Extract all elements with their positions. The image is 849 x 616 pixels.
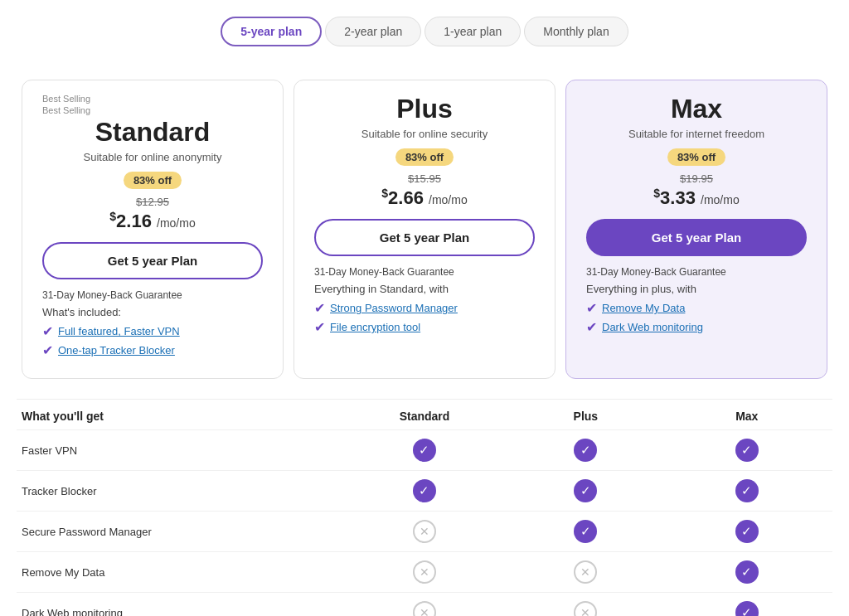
feature-link-plus-1[interactable]: File encryption tool: [330, 321, 420, 333]
check-filled-icon: ✓: [735, 479, 759, 502]
comparison-row-4: Dark Web monitoring ✕ ✕ ✓: [17, 592, 832, 616]
plan-name-standard: Standard: [42, 117, 263, 148]
cell-max-3: ✓: [667, 560, 827, 584]
cell-standard-1: ✓: [344, 479, 505, 502]
plan-subtitle-max: Suitable for internet freedom: [586, 128, 807, 140]
plans-grid: Best Selling Best SellingStandardSuitabl…: [17, 80, 832, 379]
check-icon-standard-1: ✔: [42, 342, 53, 358]
plan-name-max: Max: [586, 94, 807, 124]
cell-standard-3: ✕: [344, 560, 505, 584]
check-filled-icon: ✓: [413, 439, 436, 462]
cell-max-0: ✓: [667, 439, 827, 462]
plan-card-max: MaxSuitable for internet freedom 83% off…: [565, 80, 827, 379]
cross-icon: ✕: [413, 601, 436, 616]
money-back-standard: 31-Day Money-Back Guarantee: [42, 289, 263, 301]
check-filled-icon: ✓: [574, 439, 597, 462]
feature-link-standard-1[interactable]: One-tap Tracker Blocker: [58, 344, 175, 357]
check-icon-max-1: ✔: [586, 319, 597, 335]
tab-5-year[interactable]: 5-year plan: [221, 17, 322, 46]
row-feature-0: Faster VPN: [22, 444, 344, 457]
feature-link-plus-0[interactable]: Strong Password Manager: [330, 302, 458, 314]
feature-link-max-0[interactable]: Remove My Data: [602, 302, 685, 314]
cta-button-max[interactable]: Get 5 year Plan: [586, 219, 807, 256]
check-icon-standard-0: ✔: [42, 323, 53, 339]
check-filled-icon: ✓: [574, 479, 597, 502]
original-price-standard: $12.95: [42, 196, 263, 208]
feature-item-standard-1: ✔ One-tap Tracker Blocker: [42, 342, 263, 358]
discount-wrapper-max: 83% off: [586, 148, 807, 169]
check-filled-icon: ✓: [574, 520, 597, 543]
check-filled-icon: ✓: [735, 601, 759, 616]
comparison-header: What you'll getStandardPlusMax: [17, 410, 832, 429]
check-filled-icon: ✓: [735, 560, 759, 584]
cell-plus-4: ✕: [505, 601, 666, 616]
comparison-row-3: Remove My Data ✕ ✕ ✓: [17, 551, 832, 592]
col-header-2: Plus: [505, 410, 666, 423]
check-icon-plus-1: ✔: [314, 319, 325, 335]
comparison-row-2: Secure Password Manager ✕ ✓ ✓: [17, 511, 832, 551]
comparison-row-0: Faster VPN ✓ ✓ ✓: [17, 429, 832, 470]
col-header-3: Max: [667, 410, 827, 423]
cell-plus-3: ✕: [505, 560, 666, 584]
row-feature-4: Dark Web monitoring: [22, 607, 344, 616]
plan-name-plus: Plus: [314, 94, 535, 124]
check-icon-max-0: ✔: [586, 300, 597, 316]
page-wrapper: 5-year plan2-year plan1-year planMonthly…: [0, 0, 849, 616]
feature-item-max-0: ✔ Remove My Data: [586, 300, 807, 316]
cell-plus-0: ✓: [505, 439, 666, 462]
comparison-section: What you'll getStandardPlusMax Faster VP…: [17, 399, 832, 616]
discount-wrapper-plus: 83% off: [314, 148, 535, 169]
original-price-max: $19.95: [586, 172, 807, 185]
feature-item-standard-0: ✔ Full featured, Faster VPN: [42, 323, 263, 339]
current-price-standard: $2.16 /mo/mo: [42, 210, 263, 232]
cross-icon: ✕: [574, 560, 597, 584]
discount-badge-plus: 83% off: [395, 148, 454, 166]
tab-monthly[interactable]: Monthly plan: [524, 17, 628, 46]
cta-button-standard[interactable]: Get 5 year Plan: [42, 242, 263, 279]
cell-max-2: ✓: [667, 520, 827, 543]
money-back-plus: 31-Day Money-Back Guarantee: [314, 266, 535, 278]
current-price-plus: $2.66 /mo/mo: [314, 187, 535, 209]
plan-card-plus: PlusSuitable for online security 83% off…: [294, 80, 555, 379]
discount-badge-max: 83% off: [667, 148, 725, 166]
cell-max-4: ✓: [667, 601, 827, 616]
per-mo-standard: /mo/mo: [157, 216, 196, 230]
row-feature-3: Remove My Data: [22, 566, 344, 579]
cell-plus-2: ✓: [505, 520, 666, 543]
feature-link-standard-0[interactable]: Full featured, Faster VPN: [58, 325, 180, 337]
cross-icon: ✕: [413, 520, 436, 543]
feature-item-plus-0: ✔ Strong Password Manager: [314, 300, 535, 316]
per-mo-max: /mo/mo: [701, 193, 740, 206]
plan-tabs: 5-year plan2-year plan1-year planMonthly…: [17, 17, 832, 46]
plan-subtitle-plus: Suitable for online security: [314, 128, 535, 140]
cross-icon: ✕: [574, 601, 597, 616]
cell-max-1: ✓: [667, 479, 827, 502]
original-price-plus: $15.95: [314, 172, 535, 185]
includes-title-standard: What's included:: [42, 306, 263, 318]
current-price-max: $3.33 /mo/mo: [586, 187, 807, 209]
row-feature-1: Tracker Blocker: [22, 485, 344, 497]
best-selling-badge2: Best Selling: [42, 105, 263, 115]
check-filled-icon: ✓: [735, 439, 759, 462]
col-header-0: What you'll get: [22, 410, 344, 423]
cell-standard-0: ✓: [344, 439, 505, 462]
cell-plus-1: ✓: [505, 479, 666, 502]
cta-button-plus[interactable]: Get 5 year Plan: [314, 219, 535, 256]
tab-2-year[interactable]: 2-year plan: [325, 17, 421, 46]
discount-wrapper-standard: 83% off: [42, 172, 263, 192]
discount-badge-standard: 83% off: [124, 172, 182, 189]
row-feature-2: Secure Password Manager: [22, 526, 344, 538]
feature-item-plus-1: ✔ File encryption tool: [314, 319, 535, 335]
plan-card-standard: Best Selling Best SellingStandardSuitabl…: [22, 80, 284, 379]
feature-item-max-1: ✔ Dark Web monitoring: [586, 319, 807, 335]
check-filled-icon: ✓: [413, 479, 436, 502]
money-back-max: 31-Day Money-Back Guarantee: [586, 266, 807, 278]
comparison-row-1: Tracker Blocker ✓ ✓ ✓: [17, 470, 832, 511]
per-mo-plus: /mo/mo: [429, 193, 468, 206]
feature-link-max-1[interactable]: Dark Web monitoring: [602, 321, 703, 333]
check-icon-plus-0: ✔: [314, 300, 325, 316]
tab-1-year[interactable]: 1-year plan: [424, 17, 521, 46]
plan-subtitle-standard: Suitable for online anonymity: [42, 151, 263, 163]
includes-title-plus: Everything in Standard, with: [314, 283, 535, 295]
col-header-1: Standard: [344, 410, 505, 423]
